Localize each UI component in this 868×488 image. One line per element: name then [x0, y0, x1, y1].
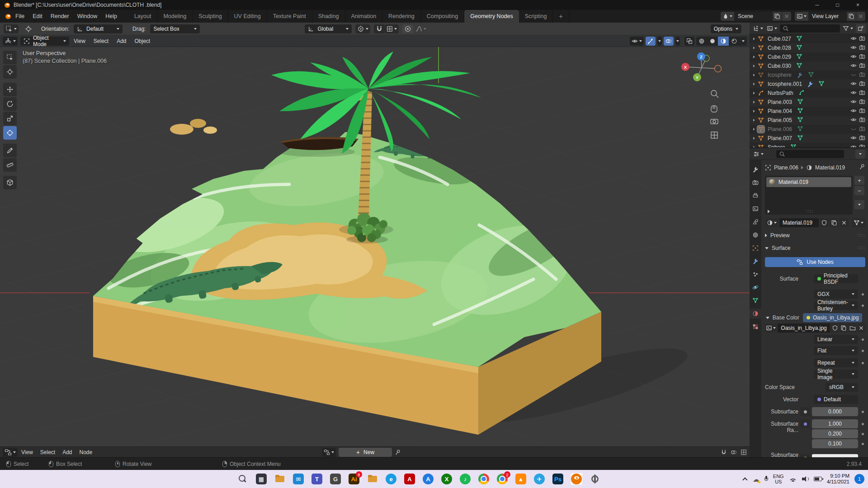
breadcrumb-material[interactable]: Material.019: [815, 164, 845, 171]
viewport-menu-object[interactable]: Object: [131, 35, 154, 47]
hide-toggle[interactable]: [850, 89, 857, 97]
wifi-icon[interactable]: [789, 476, 797, 482]
tool-measure[interactable]: [3, 158, 17, 172]
taskbar-app-icon[interactable]: 2: [496, 473, 509, 485]
node-menu-node[interactable]: Node: [76, 447, 96, 457]
image-name-field[interactable]: Oasis_in_Libya.jpg: [778, 324, 830, 333]
surface-shader-button[interactable]: Principled BSDF: [814, 274, 858, 283]
overlay-icon[interactable]: [731, 449, 737, 455]
outliner-row[interactable]: Cube.030: [750, 61, 868, 70]
panel-preview[interactable]: Preview: [765, 231, 865, 240]
tab-world[interactable]: [750, 230, 761, 240]
maximize-button[interactable]: □: [827, 0, 848, 10]
tab-texture[interactable]: [750, 322, 761, 332]
taskbar-app-icon[interactable]: [477, 473, 490, 485]
disclosure-icon[interactable]: [753, 47, 755, 49]
scene-name[interactable]: Scene: [734, 12, 772, 21]
menu-help[interactable]: Help: [101, 10, 121, 23]
taskbar-app-icon[interactable]: ▦: [255, 473, 268, 485]
properties-search-input[interactable]: [776, 150, 844, 158]
subsurface-method-dropdown[interactable]: Christensen-Burley: [814, 301, 858, 310]
outliner-filter-dropdown[interactable]: [842, 24, 854, 33]
disclosure-icon[interactable]: [753, 74, 755, 76]
subsurface-radius-z[interactable]: 0.100: [812, 439, 858, 448]
crocodile-right[interactable]: [503, 148, 591, 195]
tab-sculpting[interactable]: Sculpting: [193, 10, 228, 23]
viewport-canvas[interactable]: Z X Y: [0, 35, 750, 446]
decorator-icon[interactable]: [862, 411, 864, 413]
tool-cursor[interactable]: [3, 65, 17, 79]
object-name[interactable]: Sphere: [768, 144, 785, 147]
volume-icon[interactable]: [802, 476, 809, 482]
hide-toggle[interactable]: [850, 72, 857, 78]
outliner-row[interactable]: Cube.027: [750, 34, 868, 43]
taskbar-app-icon[interactable]: [366, 473, 379, 485]
viewport-menu-view[interactable]: View: [70, 35, 89, 47]
disclosure-icon[interactable]: [753, 65, 755, 67]
add-workspace-button[interactable]: +: [553, 10, 569, 23]
properties-options-dropdown[interactable]: [855, 150, 865, 159]
new-scene-button[interactable]: [772, 12, 782, 21]
mode-dropdown[interactable]: Object Mode: [20, 37, 69, 46]
snapping-dropdown[interactable]: [385, 24, 399, 33]
copy-image-button[interactable]: [840, 324, 848, 333]
object-name[interactable]: Cube.028: [768, 45, 791, 51]
hide-toggle[interactable]: [850, 126, 857, 132]
transform-orientation-dropdown[interactable]: Global: [305, 24, 352, 33]
active-tool-selector[interactable]: [4, 24, 19, 33]
camera-view-icon[interactable]: [711, 119, 718, 124]
disclosure-icon[interactable]: [753, 92, 755, 94]
taskbar-app-icon[interactable]: Ps: [552, 473, 564, 485]
subsurface-socket-toggle[interactable]: [800, 407, 810, 416]
perspective-toggle-icon[interactable]: [711, 132, 717, 138]
grid-icon[interactable]: [741, 449, 747, 455]
render-visibility-toggle[interactable]: [859, 126, 865, 133]
outliner-row[interactable]: Icosphere.001: [750, 80, 868, 89]
outliner-row[interactable]: Icosphere: [750, 70, 868, 80]
taskbar-app-icon[interactable]: ▲: [514, 473, 527, 485]
drag-dropdown[interactable]: Select Box: [150, 24, 200, 33]
material-specials-dropdown[interactable]: [854, 200, 864, 209]
decorator-icon[interactable]: [862, 305, 864, 307]
outliner-row[interactable]: Plane.005: [750, 116, 868, 125]
subsurface-color-socket-toggle[interactable]: [800, 454, 810, 457]
tool-select-box[interactable]: [3, 51, 17, 64]
outliner-row[interactable]: Cube.028: [750, 43, 868, 52]
editor-type-selector[interactable]: [3, 37, 18, 46]
object-visibility-dropdown[interactable]: [630, 37, 644, 46]
remove-view-layer-button[interactable]: [856, 12, 865, 21]
object-name[interactable]: Cube.029: [768, 54, 791, 60]
tab-geometry-nodes[interactable]: Geometry Nodes: [464, 10, 519, 23]
render-visibility-toggle[interactable]: [859, 62, 865, 70]
shading-dropdown[interactable]: [740, 37, 747, 46]
taskbar-app-icon[interactable]: ✉: [292, 473, 305, 485]
pan-hand-icon[interactable]: [711, 106, 717, 112]
tab-uv-editing[interactable]: UV Editing: [228, 10, 267, 23]
tab-material[interactable]: [750, 309, 761, 319]
node-menu-view[interactable]: View: [18, 447, 37, 457]
remove-material-slot-button[interactable]: −: [854, 186, 864, 195]
gizmo-dropdown[interactable]: [657, 37, 662, 46]
options-dropdown[interactable]: Options: [711, 24, 741, 33]
taskbar-app-icon[interactable]: e: [385, 473, 397, 485]
properties-editor-selector[interactable]: [752, 150, 764, 159]
pin-icon[interactable]: [859, 164, 865, 170]
object-name[interactable]: Plane.006: [768, 126, 792, 132]
node-tree-button[interactable]: [852, 218, 865, 227]
open-image-button[interactable]: [849, 324, 857, 333]
taskbar-app-icon[interactable]: [589, 473, 601, 485]
pivot-point-dropdown[interactable]: [355, 24, 370, 33]
render-visibility-toggle[interactable]: [859, 35, 865, 43]
tool-options-icon[interactable]: [23, 24, 34, 33]
object-name[interactable]: Icosphere.001: [768, 81, 802, 87]
base-color-value-button[interactable]: Oasis_in_Libya.jpg: [803, 313, 862, 322]
source-dropdown[interactable]: Single Image: [814, 370, 858, 379]
new-node-tree-button[interactable]: +New: [339, 448, 392, 457]
browse-image-dropdown[interactable]: [765, 324, 777, 333]
object-name[interactable]: Plane.005: [768, 117, 792, 123]
tab-tool[interactable]: [750, 164, 761, 174]
vector-value-button[interactable]: Default: [814, 395, 858, 404]
unlink-scene-button[interactable]: [782, 12, 791, 21]
scene-selector[interactable]: Scene: [721, 12, 791, 21]
breadcrumb-object[interactable]: Plane.006: [774, 164, 798, 171]
